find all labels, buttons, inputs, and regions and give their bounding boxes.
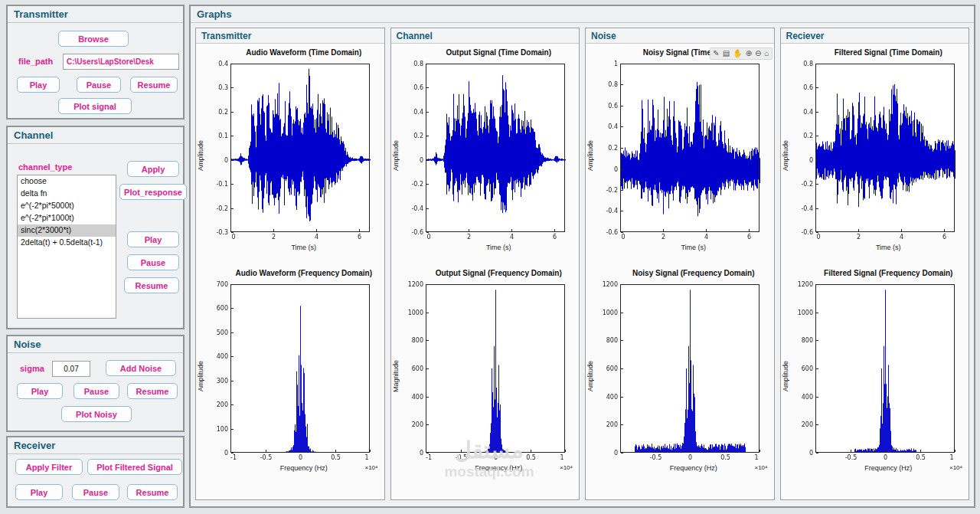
chart-title: Output Signal (Time Domain) <box>391 48 580 57</box>
zoom-out-icon[interactable]: ⊖ <box>755 48 761 59</box>
y-axis-label: Amplitude <box>196 280 205 464</box>
plot-signal-button[interactable]: Plot signal <box>58 98 132 114</box>
chart-title: Noisy Signal (Frequency Domain) <box>586 269 774 277</box>
receiver-resume-button[interactable]: Resume <box>127 484 178 500</box>
transmitter-panel: Transmitter Browse file_path Play Pause … <box>6 5 185 119</box>
y-axis-label: Amplitude <box>586 280 595 464</box>
axes-toolbar: ✎ ▤ ✋ ⊕ ⊖ ⌂ <box>710 47 772 60</box>
list-item-2delta[interactable]: 2delta(t) + 0.5delta(t-1) <box>18 237 116 249</box>
chart-title: Filtered Signal (Frequency Domain) <box>781 269 969 277</box>
graphs-channel-subpanel: Channel Output Signal (Time Domain) Ampl… <box>390 28 580 500</box>
y-axis-label: Magnitude <box>391 280 400 464</box>
subpanel-title-receiver: Reciever <box>781 28 969 44</box>
x-axis-label: Frequency (Hz) <box>475 464 522 472</box>
noise-resume-button[interactable]: Resume <box>127 383 178 399</box>
axis-multiplier: ×10⁴ <box>754 464 767 471</box>
receiver-panel-title: Receiver <box>8 437 183 454</box>
subpanel-title-noise: Noise <box>586 28 774 44</box>
noise-panel-title: Noise <box>8 336 183 353</box>
chart-output-time: Output Signal (Time Domain) Amplitude Ti… <box>391 48 580 254</box>
zoom-in-icon[interactable]: ⊕ <box>746 48 752 59</box>
plot-canvas-audio-freq[interactable] <box>205 280 375 464</box>
x-axis-label: Frequency (Hz) <box>864 464 912 472</box>
plot-canvas-noisy-freq[interactable] <box>595 280 765 464</box>
x-axis-label: Frequency (Hz) <box>280 464 328 472</box>
x-axis-label: Time (s) <box>876 244 901 251</box>
channel-type-listbox[interactable]: choose delta fn e^(-2*pi*5000t) e^(-2*pi… <box>17 175 116 319</box>
plot-canvas-audio-time[interactable] <box>205 60 375 244</box>
transmitter-panel-title: Transmitter <box>8 6 183 23</box>
browse-button[interactable]: Browse <box>58 31 129 47</box>
channel-pause-button[interactable]: Pause <box>127 254 179 270</box>
plot-response-button[interactable]: Plot_response <box>119 184 187 200</box>
graphs-receiver-subpanel: Reciever Filtered Signal (Time Domain) A… <box>780 28 970 500</box>
noise-panel: Noise sigma Add Noise Play Pause Resume … <box>6 335 185 432</box>
transmitter-play-button[interactable]: Play <box>17 77 60 93</box>
graphs-panel-title: Graphs <box>191 6 974 23</box>
apply-filter-button[interactable]: Apply Filter <box>15 459 83 475</box>
plot-noisy-button[interactable]: Plot Noisy <box>61 406 132 422</box>
noise-play-button[interactable]: Play <box>17 383 63 399</box>
list-item-sinc[interactable]: sinc(2*3000*t) <box>18 224 116 237</box>
transmitter-resume-button[interactable]: Resume <box>130 77 178 93</box>
graphs-panel: Graphs Transmitter Audio Waveform (Time … <box>189 5 975 508</box>
y-axis-label: Amplitude <box>781 60 790 244</box>
subpanel-title-transmitter: Transmitter <box>196 28 384 44</box>
receiver-play-button[interactable]: Play <box>15 484 63 500</box>
plot-canvas-output-time[interactable] <box>400 60 570 244</box>
graphs-noise-subpanel: Noise Noisy Signal (Time Domain) ✎ ▤ ✋ ⊕… <box>585 28 775 500</box>
sigma-field[interactable] <box>52 361 90 377</box>
x-axis-label: Time (s) <box>291 244 316 251</box>
transmitter-pause-button[interactable]: Pause <box>77 77 121 93</box>
receiver-pause-button[interactable]: Pause <box>72 484 119 500</box>
y-axis-label: Amplitude <box>391 60 400 244</box>
plot-canvas-noisy-time[interactable] <box>595 60 765 244</box>
subpanel-title-channel: Channel <box>391 28 580 44</box>
receiver-panel: Receiver Apply Filter Plot Filtered Sign… <box>6 436 185 508</box>
axis-multiplier: ×10⁴ <box>364 464 377 471</box>
file-path-label: file_path <box>18 57 53 66</box>
chart-audio-freq: Audio Waveform (Frequency Domain) Amplit… <box>196 269 384 474</box>
list-item-exp-5000t[interactable]: e^(-2*pi*5000t) <box>18 200 116 212</box>
restore-view-icon[interactable]: ⌂ <box>764 48 769 59</box>
chart-output-freq: Output Signal (Frequency Domain) Magnitu… <box>391 269 580 474</box>
graphs-transmitter-subpanel: Transmitter Audio Waveform (Time Domain)… <box>195 28 385 500</box>
apply-button[interactable]: Apply <box>127 161 179 177</box>
plot-canvas-filtered-time[interactable] <box>790 60 960 244</box>
axis-multiplier: ×10⁴ <box>949 464 962 471</box>
chart-title: Filtered Signal (Time Domain) <box>781 48 969 57</box>
axis-multiplier: ×10⁴ <box>560 464 573 471</box>
channel-play-button[interactable]: Play <box>127 231 179 247</box>
sigma-label: sigma <box>20 364 44 373</box>
x-axis-label: Time (s) <box>486 244 511 251</box>
list-item-delta-fn[interactable]: delta fn <box>18 188 116 200</box>
x-axis-label: Frequency (Hz) <box>670 464 717 472</box>
app-window: { "theme":{"accent_pink":"#df2490","titl… <box>0 0 980 514</box>
channel-panel-title: Channel <box>8 127 183 144</box>
datatip-icon[interactable]: ▤ <box>723 48 730 59</box>
chart-title: Audio Waveform (Time Domain) <box>196 48 384 57</box>
list-item-exp-1000t[interactable]: e^(-2*pi*1000t) <box>18 212 116 224</box>
channel-resume-button[interactable]: Resume <box>124 277 179 293</box>
add-noise-button[interactable]: Add Noise <box>106 360 176 376</box>
chart-noisy-time: Noisy Signal (Time Domain) ✎ ▤ ✋ ⊕ ⊖ ⌂ A… <box>586 48 774 254</box>
channel-type-label: channel_type <box>18 162 72 172</box>
y-axis-label: Amplitude <box>586 60 595 244</box>
plot-canvas-filtered-freq[interactable] <box>790 280 960 464</box>
channel-panel: Channel channel_type choose delta fn e^(… <box>6 126 185 329</box>
pan-icon[interactable]: ✋ <box>733 48 742 59</box>
plot-filtered-signal-button[interactable]: Plot Filtered Signal <box>87 459 182 475</box>
x-axis-label: Time (s) <box>681 244 706 251</box>
y-axis-label: Amplitude <box>196 60 205 244</box>
chart-title: Output Signal (Frequency Domain) <box>391 269 580 277</box>
brush-icon[interactable]: ✎ <box>713 48 719 59</box>
noise-pause-button[interactable]: Pause <box>74 383 119 399</box>
chart-noisy-freq: Noisy Signal (Frequency Domain) Amplitud… <box>586 269 774 474</box>
y-axis-label: Amplitude <box>781 280 790 464</box>
chart-filtered-freq: Filtered Signal (Frequency Domain) Ampli… <box>781 269 969 474</box>
chart-audio-time: Audio Waveform (Time Domain) Amplitude T… <box>196 48 384 254</box>
chart-filtered-time: Filtered Signal (Time Domain) Amplitude … <box>781 48 969 254</box>
plot-canvas-output-freq[interactable] <box>400 280 570 464</box>
file-path-field[interactable] <box>63 54 179 70</box>
list-item-choose[interactable]: choose <box>18 175 116 188</box>
